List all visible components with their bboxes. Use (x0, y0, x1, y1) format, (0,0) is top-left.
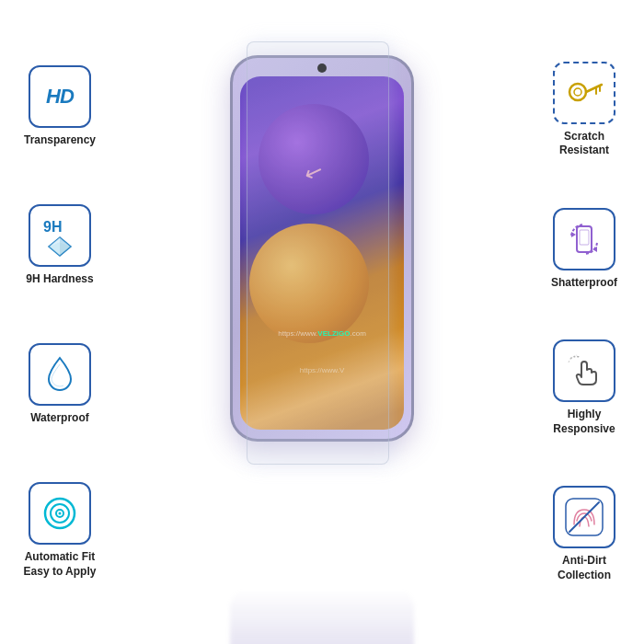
hd-icon: HD (46, 85, 74, 109)
left-features-column: HD Transparency 9H 9H Hardness (5, 37, 115, 607)
9h-diamond-icon: 9H (36, 212, 84, 259)
svg-point-10 (569, 84, 586, 100)
auto-fit-label: Automatic FitEasy to Apply (24, 550, 97, 579)
water-drop-icon (41, 353, 78, 395)
svg-rect-16 (580, 230, 589, 245)
svg-text:9H: 9H (43, 219, 62, 235)
auto-fit-icon-box (29, 482, 91, 545)
key-icon (565, 75, 604, 110)
feature-highly-responsive: HighlyResponsive (553, 339, 615, 436)
feature-anti-dirt: Anti-DirtCollection (553, 486, 615, 582)
hd-transparency-label: Transparency (24, 133, 96, 148)
9h-hardness-label: 9H Hardness (26, 272, 93, 287)
shatterproof-label: Shatterproof (551, 276, 617, 291)
svg-line-20 (569, 502, 599, 532)
scratch-resistant-label: ScratchResistant (559, 130, 609, 158)
center-phone-area: ↙ https://www.VELZIGO.com https://www.V (120, 18, 524, 626)
svg-point-9 (58, 512, 61, 515)
feature-waterproof: Waterproof (29, 343, 91, 426)
anti-dirt-label: Anti-DirtCollection (558, 554, 611, 582)
feature-shatterproof: Shatterproof (551, 208, 617, 291)
fingerprint-slash-icon (562, 495, 606, 539)
9h-icon-box: 9H (29, 204, 91, 267)
waterproof-label: Waterproof (30, 411, 89, 426)
hd-icon-box: HD (29, 65, 91, 128)
screen-protector-overlay (247, 41, 389, 465)
touch-hand-icon (563, 350, 605, 392)
feature-scratch-resistant: ScratchResistant (553, 62, 615, 158)
phone-reflection (230, 589, 414, 644)
phone-wrapper: ↙ https://www.VELZIGO.com https://www.V (230, 55, 414, 589)
highly-responsive-label: HighlyResponsive (553, 408, 615, 436)
shatterproof-icon-box (553, 208, 615, 270)
right-features-column: ScratchResistant Shatterproof (529, 37, 639, 607)
touch-icon-box (553, 339, 615, 402)
svg-marker-17 (571, 232, 576, 237)
water-icon-box (29, 343, 91, 406)
scratch-icon-box (553, 62, 615, 124)
main-container: HD Transparency 9H 9H Hardness (0, 0, 644, 644)
feature-hd-transparency: HD Transparency (24, 65, 96, 148)
rotate-phone-icon (562, 217, 606, 261)
anti-dirt-icon-box (553, 486, 615, 548)
feature-9h-hardness: 9H 9H Hardness (26, 204, 93, 287)
svg-point-11 (574, 88, 581, 96)
circle-target-icon (38, 491, 82, 535)
feature-auto-fit: Automatic FitEasy to Apply (24, 482, 97, 579)
